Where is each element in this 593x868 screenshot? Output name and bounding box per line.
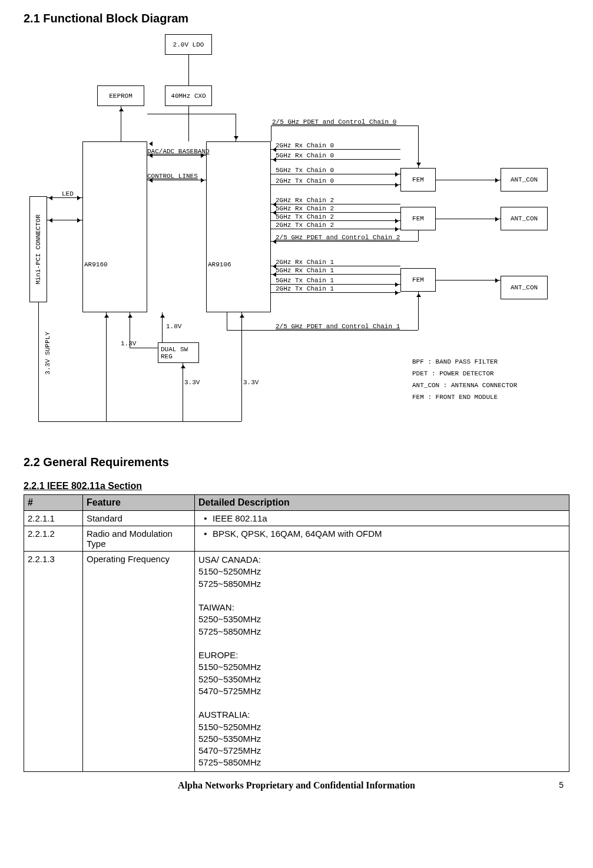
label-rx5-2: 5GHz Rx Chain 2	[276, 205, 334, 212]
line	[227, 330, 418, 331]
cell-desc: USA/ CANADA: 5150~5250MHz 5725~5850MHz T…	[195, 552, 569, 772]
line	[418, 230, 419, 241]
label-tx5-0: 5GHz Tx Chain 0	[276, 167, 334, 174]
page-number: 5	[559, 780, 564, 790]
box-eeprom: EEPROM	[97, 85, 144, 106]
label-tx5-1: 5GHz Tx Chain 1	[276, 277, 334, 284]
box-fem-2: FEM	[400, 207, 436, 230]
table-row: 2.2.1.3 Operating Frequency USA/ CANADA:…	[24, 552, 569, 772]
box-minipci: Mini-PCI CONNECTOR	[29, 196, 47, 302]
cell-num: 2.2.1.1	[24, 511, 83, 526]
line	[236, 114, 236, 141]
line	[38, 421, 241, 422]
line	[271, 229, 400, 229]
line	[271, 159, 400, 160]
line	[162, 312, 163, 342]
box-fem-1: FEM	[400, 268, 436, 292]
th-feature: Feature	[83, 495, 195, 511]
cell-num: 2.2.1.2	[24, 526, 83, 552]
ar9106-label: AR9106	[208, 261, 231, 268]
label-18v: 1.8V	[166, 323, 181, 330]
line	[47, 197, 82, 198]
block-diagram: 2.0V LDO EEPROM 40MHz CXO Mini-PCI CONNE…	[29, 31, 559, 438]
label-rx2-1: 2GHz Rx Chain 1	[276, 259, 334, 266]
cell-desc-text: IEEE 802.11a	[213, 513, 267, 523]
requirements-table: # Feature Detailed Description 2.2.1.1 S…	[24, 494, 569, 772]
minipci-label: Mini-PCI CONNECTOR	[35, 214, 42, 285]
line	[436, 280, 501, 280]
line	[271, 212, 400, 213]
label-led: LED	[62, 190, 74, 197]
box-dualsw: DUAL SW REG	[158, 342, 199, 363]
line	[271, 274, 400, 275]
legend-pdet: PDET : POWER DETECTOR	[412, 370, 494, 377]
label-pdet1: 2/5 GHz PDET and Control Chain 1	[276, 323, 400, 330]
box-antcon-0: ANT_CON	[501, 168, 548, 192]
label-33v-a: 3.3V	[184, 379, 200, 386]
bullet-icon	[198, 513, 213, 523]
cell-desc-text: BPSK, QPSK, 16QAM, 64QAM with OFDM	[213, 529, 382, 539]
box-fem-0: FEM	[400, 168, 436, 192]
line	[227, 312, 227, 330]
cell-num: 2.2.1.3	[24, 552, 83, 772]
line	[271, 284, 400, 285]
line	[436, 219, 501, 219]
label-rx5-1: 5GHz Rx Chain 1	[276, 267, 334, 274]
label-pdet2: 2/5 GHz PDET and Control Chain 2	[276, 234, 400, 241]
line	[436, 180, 501, 180]
line	[183, 363, 183, 421]
label-tx2-1: 2GHz Tx Chain 1	[276, 285, 334, 292]
line	[271, 241, 418, 242]
line	[271, 220, 400, 221]
cell-feature: Standard	[83, 511, 195, 526]
label-13v: 1.3V	[121, 340, 136, 347]
th-desc: Detailed Description	[195, 495, 569, 511]
page-footer: Alpha Networks Proprietary and Confident…	[24, 780, 569, 791]
box-antcon-2: ANT_CON	[501, 207, 548, 230]
line	[418, 292, 419, 330]
bullet-icon	[198, 529, 213, 539]
line	[121, 106, 121, 141]
line	[106, 312, 107, 421]
table-row: 2.2.1.2 Radio and Modulation Type BPSK, …	[24, 526, 569, 552]
label-33v-b: 3.3V	[243, 379, 259, 386]
line	[188, 55, 189, 85]
label-ctrl: CONTROL LINES	[147, 173, 198, 180]
line	[271, 174, 400, 174]
section-2-1-heading: 2.1 Functional Block Diagram	[24, 12, 569, 25]
line	[271, 184, 400, 185]
label-dacadc: DAC/ADC BASEBAND	[147, 148, 210, 155]
line	[147, 180, 206, 180]
box-ldo: 2.0V LDO	[165, 34, 212, 55]
label-rx2-2: 2GHz Rx Chain 2	[276, 197, 334, 204]
label-pdet0: 2/5 GHz PDET and Control Chain 0	[272, 118, 396, 126]
line	[188, 106, 189, 141]
line	[271, 149, 400, 150]
line	[271, 126, 418, 126]
table-row: 2.2.1.1 Standard IEEE 802.11a	[24, 511, 569, 526]
box-ar9106: AR9106	[206, 141, 271, 312]
table-header-row: # Feature Detailed Description	[24, 495, 569, 511]
cell-feature: Radio and Modulation Type	[83, 526, 195, 552]
ar9160-label: AR9160	[84, 261, 108, 268]
footer-text: Alpha Networks Proprietary and Confident…	[178, 780, 415, 790]
section-2-2-heading: 2.2 General Requirements	[24, 456, 569, 469]
legend-fem: FEM : FRONT END MODULE	[412, 394, 498, 401]
line	[130, 348, 158, 348]
box-antcon-1: ANT_CON	[501, 276, 548, 299]
legend-bpf: BPF : BAND PASS FILTER	[412, 358, 498, 365]
legend-antcon: ANT_CON : ANTENNA CONNECTOR	[412, 382, 517, 389]
label-rx5-0: 5GHz Rx Chain 0	[276, 152, 334, 159]
line	[271, 204, 400, 204]
section-2-2-1-heading: 2.2.1 IEEE 802.11a Section	[24, 481, 569, 491]
cell-feature: Operating Frequency	[83, 552, 195, 772]
line	[47, 220, 82, 220]
label-tx5-2: 5GHz Tx Chain 2	[276, 213, 334, 220]
box-ar9160: AR9160	[82, 141, 147, 312]
line	[147, 155, 206, 156]
cell-desc: BPSK, QPSK, 16QAM, 64QAM with OFDM	[195, 526, 569, 552]
line	[271, 266, 400, 266]
label-tx2-0: 2GHz Tx Chain 0	[276, 177, 334, 184]
line	[241, 312, 242, 421]
line	[418, 126, 419, 168]
